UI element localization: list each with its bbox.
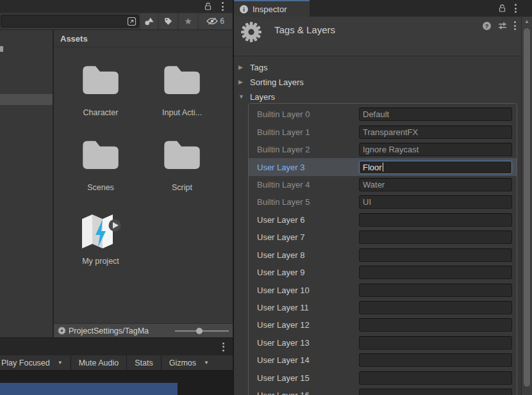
- component-menu-icon[interactable]: [514, 21, 516, 30]
- info-icon: i: [240, 5, 248, 13]
- layer-name-input[interactable]: [359, 353, 512, 367]
- layer-label: Builtin Layer 5: [249, 197, 310, 207]
- hidden-items-button[interactable]: 6: [199, 13, 232, 29]
- asset-item-character[interactable]: Character: [65, 63, 136, 117]
- layer-row-builtin-layer-2[interactable]: Builtin Layer 2 Ignore Raycast: [249, 141, 517, 158]
- dropdown-arrow-icon: ▼: [58, 360, 63, 366]
- layer-name-input[interactable]: [359, 318, 512, 332]
- layer-row-builtin-layer-4[interactable]: Builtin Layer 4 Water: [249, 176, 517, 193]
- thumbnail-size-slider[interactable]: [175, 326, 229, 335]
- asset-label: Input Acti...: [162, 108, 202, 117]
- layer-name-input[interactable]: [359, 213, 512, 227]
- layer-row-user-layer-12[interactable]: User Layer 12: [249, 316, 517, 334]
- page-title: Tags & Layers: [274, 24, 335, 35]
- favorites-button[interactable]: ★: [179, 13, 197, 29]
- layer-name-input[interactable]: [359, 248, 512, 262]
- presets-icon[interactable]: [498, 21, 507, 30]
- foldout-sorting-layers[interactable]: ▶ Sorting Layers: [234, 75, 521, 89]
- tree-selected-row[interactable]: [0, 94, 53, 105]
- project-toolbar: ★ 6: [0, 13, 233, 30]
- layer-row-user-layer-3[interactable]: User Layer 3 Floor: [249, 158, 517, 175]
- left-region: ★ 6 Assets: [0, 0, 233, 395]
- layer-row-user-layer-11[interactable]: User Layer 11: [249, 299, 517, 316]
- foldout-list: ▶ Tags ▶ Sorting Layers ▼ Layers: [234, 60, 521, 104]
- layer-row-user-layer-15[interactable]: User Layer 15: [249, 369, 517, 387]
- filter-by-label-button[interactable]: [159, 13, 178, 29]
- game-view-tabstrip: [0, 337, 233, 355]
- assets-grid: Character Input Acti... Scenes Script My…: [54, 47, 233, 323]
- layer-row-user-layer-10[interactable]: User Layer 10: [249, 281, 517, 298]
- scroll-up-arrow-icon[interactable]: ▲: [522, 17, 532, 26]
- foldout-label: Tags: [250, 63, 267, 72]
- layer-label: User Layer 11: [249, 303, 309, 312]
- window-menu-icon[interactable]: [515, 4, 517, 13]
- project-search-field[interactable]: [1, 15, 139, 28]
- slider-handle[interactable]: [196, 328, 203, 334]
- inspector-tabbar: i Inspector: [234, 0, 532, 17]
- layer-label: User Layer 12: [249, 320, 310, 330]
- asset-label: My project: [82, 257, 119, 266]
- layer-row-builtin-layer-5[interactable]: Builtin Layer 5 UI: [249, 193, 517, 211]
- project-folder-tree[interactable]: [0, 30, 53, 337]
- layer-label: User Layer 9: [249, 268, 304, 277]
- layer-name-input[interactable]: Water: [359, 178, 512, 191]
- inspector-content: ▶ Tags ▶ Sorting Layers ▼ Layers Builtin…: [234, 56, 521, 395]
- asset-item-scenes[interactable]: Scenes: [65, 138, 136, 192]
- layer-label: User Layer 14: [249, 355, 310, 365]
- layer-name-input[interactable]: Ignore Raycast: [359, 143, 512, 156]
- button-label: Play Focused: [1, 359, 50, 367]
- asset-item-script[interactable]: Script: [147, 138, 217, 192]
- folder-icon: [162, 138, 203, 177]
- project-panel: Assets Character Input Acti... Scenes Sc…: [0, 30, 233, 337]
- eye-slash-icon: [206, 17, 218, 25]
- layer-row-user-layer-14[interactable]: User Layer 14: [249, 351, 517, 369]
- open-search-window-icon[interactable]: [127, 17, 137, 26]
- search-input[interactable]: [3, 17, 127, 26]
- layer-name-input[interactable]: UI: [359, 195, 512, 209]
- layer-name-input[interactable]: [359, 389, 512, 395]
- scrollbar-thumb[interactable]: [524, 28, 530, 387]
- assets-breadcrumb[interactable]: Assets: [54, 30, 233, 47]
- tree-item-icon: [0, 46, 3, 52]
- game-toolbar-mute-audio[interactable]: Mute Audio: [71, 355, 127, 370]
- unlock-icon[interactable]: [498, 4, 506, 13]
- input-actions-asset-icon: [79, 211, 122, 251]
- layer-row-user-layer-16[interactable]: User Layer 16: [249, 387, 517, 395]
- filter-by-type-button[interactable]: [140, 13, 158, 29]
- button-label: Stats: [135, 359, 153, 367]
- layer-name-input[interactable]: [359, 284, 512, 297]
- layer-name-input[interactable]: [359, 230, 512, 244]
- layer-row-user-layer-6[interactable]: User Layer 6: [249, 211, 517, 229]
- layer-label: Builtin Layer 1: [249, 127, 310, 137]
- layer-row-builtin-layer-1[interactable]: Builtin Layer 1 TransparentFX: [249, 123, 517, 140]
- window-menu-icon[interactable]: [222, 2, 224, 11]
- layer-row-builtin-layer-0[interactable]: Builtin Layer 0 Default: [249, 106, 517, 123]
- layer-name-input[interactable]: [359, 301, 512, 314]
- layer-name-input[interactable]: [359, 266, 512, 279]
- game-toolbar-play-focused[interactable]: Play Focused ▼: [0, 355, 71, 370]
- layer-row-user-layer-13[interactable]: User Layer 13: [249, 334, 517, 351]
- layer-label: User Layer 10: [249, 286, 310, 295]
- game-toolbar-stats[interactable]: Stats: [127, 355, 161, 370]
- layer-name-input[interactable]: [359, 336, 512, 350]
- layer-value: UI: [363, 197, 371, 207]
- foldout-layers[interactable]: ▼ Layers: [234, 90, 521, 104]
- layer-name-input[interactable]: Default: [359, 108, 512, 121]
- layer-row-user-layer-7[interactable]: User Layer 7: [249, 229, 517, 246]
- unlock-icon[interactable]: [204, 2, 212, 11]
- layer-row-user-layer-9[interactable]: User Layer 9: [249, 264, 517, 281]
- layer-name-input[interactable]: [359, 371, 512, 385]
- star-icon: ★: [184, 17, 192, 26]
- inspector-scrollbar[interactable]: ▲: [521, 17, 532, 395]
- layer-name-input[interactable]: TransparentFX: [359, 125, 512, 139]
- asset-item-my-project[interactable]: My project: [65, 211, 136, 266]
- layer-name-input[interactable]: Floor: [359, 161, 512, 174]
- layer-row-user-layer-8[interactable]: User Layer 8: [249, 246, 517, 264]
- game-menu-icon[interactable]: [222, 343, 224, 351]
- asset-item-input-acti[interactable]: Input Acti...: [147, 63, 217, 117]
- tab-inspector[interactable]: i Inspector: [234, 0, 310, 17]
- help-icon[interactable]: ?: [483, 22, 491, 30]
- foldout-tags[interactable]: ▶ Tags: [234, 60, 521, 74]
- foldout-arrow-icon: ▼: [238, 93, 245, 100]
- game-toolbar-gizmos[interactable]: Gizmos ▼: [162, 355, 217, 370]
